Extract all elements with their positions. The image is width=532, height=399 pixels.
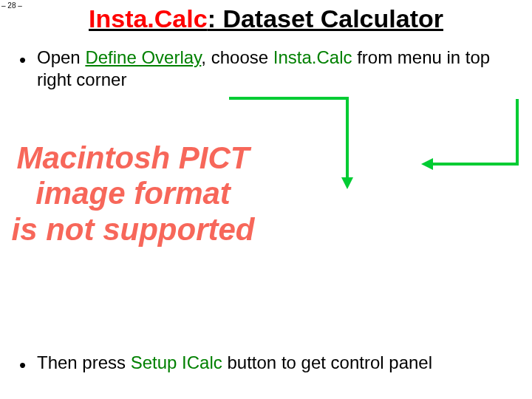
svg-marker-0: [341, 177, 353, 189]
bullet-item-1: • Open Define Overlay, choose Insta.Calc…: [19, 47, 513, 91]
placeholder-line3: is not supported: [7, 212, 259, 248]
bullet1-t2: , choose: [201, 47, 273, 67]
bullet-dot-icon: •: [19, 353, 26, 378]
bullet-dot-icon: •: [19, 48, 26, 72]
bullet1-t1: Open: [37, 47, 85, 67]
bullet2-t1: Then press: [37, 352, 131, 372]
slide-title: Insta.Calc: Dataset Calculator: [0, 4, 532, 33]
title-rest: : Dataset Calculator: [208, 4, 443, 33]
bullet1-link: Define Overlay: [85, 47, 201, 67]
bullet2-keyword: Setup ICalc: [131, 352, 222, 372]
bullet2-t2: button to get control panel: [222, 352, 432, 372]
page-number: – 28 –: [1, 1, 22, 10]
title-highlight: Insta.Calc: [89, 4, 208, 33]
placeholder-line1: Macintosh PICT: [7, 140, 259, 176]
arrow-2-icon: [414, 98, 532, 186]
placeholder-line2: image format: [7, 176, 259, 211]
bullet-item-2: • Then press Setup ICalc button to get c…: [19, 352, 513, 374]
bullet1-keyword: Insta.Calc: [273, 47, 352, 67]
unsupported-image-placeholder: Macintosh PICT image format is not suppo…: [7, 140, 259, 248]
svg-marker-1: [421, 158, 433, 170]
